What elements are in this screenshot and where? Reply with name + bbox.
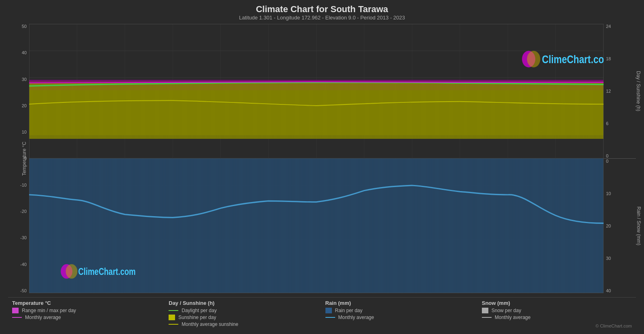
y-right-top-6: 6 [606, 121, 636, 126]
y-right-top-18: 18 [606, 56, 636, 61]
y-right-top-24: 24 [606, 24, 636, 29]
y-right-top-label: Day / Sunshine (h) [635, 71, 641, 111]
legend-snow-box-icon [482, 308, 488, 313]
legend-sunshine-box-icon [169, 315, 175, 320]
legend-snow-title: Snow (mm) [482, 300, 632, 306]
y-left-tick-30: 30 [20, 77, 27, 82]
chart-header: Climate Chart for South Tarawa Latitude … [8, 4, 636, 21]
legend-sunshine-per-day-label: Sunshine per day [178, 315, 216, 320]
legend-sunshine-avg-label: Monthly average sunshine [182, 321, 238, 327]
y-right-top-12: 12 [606, 89, 636, 94]
svg-point-37 [527, 51, 541, 68]
y-left-tick-n30: -30 [20, 235, 27, 240]
legend-rain-avg: Monthly average [325, 315, 475, 320]
legend-sun-title: Day / Sunshine (h) [169, 300, 319, 306]
y-right-bot-30: 30 [606, 256, 636, 261]
y-right-top-0: 0 [606, 153, 636, 158]
legend-temp-title: Temperature °C [12, 300, 162, 306]
legend-rain-avg-label: Monthly average [338, 315, 374, 320]
legend-snow-per-day-label: Snow per day [492, 308, 521, 313]
chart-svg: ClimeChart.com ClimeChart.com [29, 24, 604, 293]
legend-snow-per-day: Snow per day [482, 308, 632, 313]
y-left-tick-n10: -10 [20, 183, 27, 187]
legend-temp-avg-label: Monthly average [25, 315, 61, 320]
legend-snow-avg-label: Monthly average [495, 315, 531, 320]
legend-daylight-icon [169, 310, 178, 311]
y-left-tick-20: 20 [20, 103, 27, 108]
legend-sunshine: Day / Sunshine (h) Daylight per day Suns… [169, 300, 319, 328]
legend-temp-avg-icon [12, 317, 22, 318]
y-right-bot-40: 40 [606, 288, 636, 293]
chart-title: Climate Chart for South Tarawa [8, 4, 636, 15]
legend-rain-title: Rain (mm) [325, 300, 475, 306]
y-left-tick-n50: -50 [20, 288, 27, 293]
legend-temp-range-label: Range min / max per day [22, 308, 76, 313]
legend-rain: Rain (mm) Rain per day Monthly average [325, 300, 475, 328]
copyright-text: © ClimeChart.com [482, 323, 632, 328]
legend-rain-box-icon [325, 308, 332, 313]
legend-sunshine-avg-icon [169, 324, 178, 325]
y-right-bot-label: Rain / Snow (mm) [636, 206, 642, 245]
y-left-tick-n20: -20 [20, 209, 27, 214]
y-right-bot-10: 10 [606, 191, 636, 196]
chart-plot-area: ClimeChart.com ClimeChart.com Jan Feb Ma… [29, 24, 604, 293]
svg-point-40 [66, 264, 78, 279]
legend-temp-range-icon [12, 308, 19, 313]
legend-temp-avg: Monthly average [12, 315, 162, 320]
legend-rain-per-day: Rain per day [325, 308, 475, 313]
legend-rain-avg-icon [325, 317, 335, 318]
svg-rect-34 [29, 83, 604, 139]
legend-temperature: Temperature °C Range min / max per day M… [12, 300, 162, 328]
legend-area: Temperature °C Range min / max per day M… [8, 297, 636, 330]
legend-snow: Snow (mm) Snow per day Monthly average ©… [482, 300, 632, 328]
legend-temp-range: Range min / max per day [12, 308, 162, 313]
svg-text:ClimeChart.com: ClimeChart.com [78, 266, 136, 277]
chart-subtitle: Latitude 1.301 - Longitude 172.962 - Ele… [8, 15, 636, 21]
y-left-tick-40: 40 [20, 50, 27, 55]
legend-sunshine-per-day: Sunshine per day [169, 315, 319, 320]
y-left-tick-n40: -40 [20, 262, 27, 267]
y-right-bot-20: 20 [606, 223, 636, 228]
legend-daylight-label: Daylight per day [182, 308, 217, 313]
legend-snow-avg: Monthly average [482, 315, 632, 320]
y-right-bot-0: 0 [606, 159, 636, 164]
legend-sunshine-avg: Monthly average sunshine [169, 321, 319, 327]
y-left-label: Temperature °C [21, 141, 27, 175]
y-left-tick-10: 10 [20, 130, 27, 134]
svg-text:ClimeChart.com: ClimeChart.com [542, 53, 604, 66]
legend-snow-avg-icon [482, 317, 492, 318]
legend-rain-per-day-label: Rain per day [335, 308, 363, 313]
legend-daylight: Daylight per day [169, 308, 319, 313]
y-left-tick-50: 50 [20, 24, 27, 29]
